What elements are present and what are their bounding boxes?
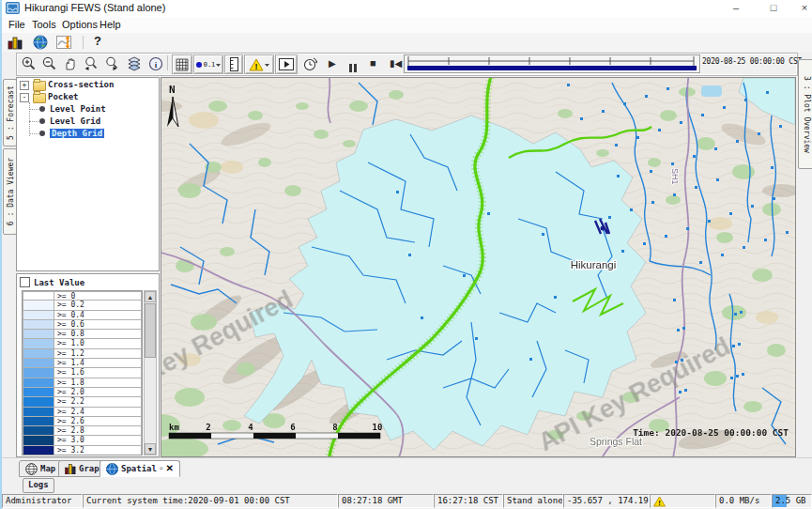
ruler-icon (228, 57, 239, 71)
tree-item-level-grid[interactable]: Level Grid (17, 116, 159, 127)
legend-row[interactable]: >= 0 (23, 291, 142, 301)
expander-icon[interactable]: + (20, 81, 29, 90)
play-button[interactable]: ▶ (329, 58, 336, 69)
minimize-button[interactable]: – (722, 0, 750, 16)
stop-button[interactable]: ■ (370, 58, 376, 69)
legend-label: >= 0.8 (54, 330, 142, 339)
legend-row[interactable]: >= 0.6 (23, 320, 142, 330)
svg-text:8: 8 (332, 423, 337, 432)
legend-row[interactable]: >= 1.2 (23, 349, 142, 359)
legend-row[interactable]: >= 2.2 (23, 397, 142, 407)
status-alerts[interactable]: ! (650, 494, 715, 508)
app-window: Hikurangi FEWS (Stand alone) – □ × File … (0, 0, 812, 509)
menu-file[interactable]: File (5, 18, 29, 32)
zoom-in-icon[interactable] (21, 55, 38, 72)
zoom-out-icon[interactable] (41, 55, 58, 72)
legend-row[interactable]: >= 2.0 (23, 388, 142, 397)
legend-row[interactable]: >= 0.4 (23, 311, 142, 320)
legend-row[interactable]: >= 1.0 (23, 339, 142, 348)
status-gmt-time: 08:27:18 GMT (338, 494, 434, 508)
legend-scrollbar[interactable]: ▲ ▼ (144, 290, 157, 455)
legend-row[interactable]: >= 2.8 (23, 426, 142, 436)
timeline-slider[interactable] (404, 54, 700, 73)
tab-spatial[interactable]: Spatial ▫ ✕ (100, 460, 180, 477)
globe-icon (106, 463, 118, 475)
point-size-dropdown[interactable]: 0.1 (193, 54, 223, 74)
legend-row[interactable]: >= 2.4 (23, 408, 142, 417)
info-icon[interactable]: i (147, 55, 164, 72)
menu-help[interactable]: Help (96, 18, 125, 32)
tree-item-depth-grid[interactable]: Depth Grid (17, 128, 159, 139)
animation-settings-icon[interactable] (302, 55, 319, 72)
legend-row[interactable]: >= 0.8 (23, 330, 142, 339)
legend-label: >= 2.8 (54, 426, 142, 436)
skip-to-start-button[interactable]: ▮◀ (390, 58, 402, 69)
map-view[interactable]: API Key Required API Key Required Hikura… (161, 77, 796, 457)
help-button[interactable]: ? (94, 34, 101, 48)
legend-list: >= 0>= 0.2>= 0.4>= 0.6>= 0.8>= 1.0>= 1.2… (22, 290, 143, 455)
pause-button[interactable] (348, 59, 358, 76)
warning-triangle-icon: ! (653, 496, 666, 507)
legend-row[interactable]: >= 3.0 (23, 436, 142, 445)
timeline-range-bar[interactable] (407, 66, 697, 70)
profile-chart-icon[interactable] (56, 35, 75, 50)
svg-text:!: ! (254, 61, 257, 70)
legend-row[interactable]: >= 1.8 (23, 378, 142, 388)
legend-swatch (23, 436, 54, 445)
legend-row[interactable]: >= 0.2 (23, 301, 142, 310)
legend-swatch (23, 368, 54, 378)
status-local-time: 16:27:18 CST (434, 494, 503, 508)
database-chart-icon[interactable] (8, 35, 23, 50)
scroll-down-icon[interactable]: ▼ (145, 443, 156, 455)
svg-text:4: 4 (248, 423, 253, 432)
legend-row[interactable]: >= 3.2 (23, 446, 142, 455)
thresholds-dropdown[interactable]: ! (244, 54, 274, 74)
grid-display-button[interactable] (172, 54, 192, 74)
tab-data-viewer[interactable]: 6 : Data Viewer (3, 148, 17, 235)
legend-label: >= 0.4 (54, 311, 142, 320)
scroll-up-icon[interactable]: ▲ (145, 291, 156, 302)
chevron-down-icon (264, 62, 270, 68)
legend-label: >= 3.2 (54, 446, 142, 455)
point-size-value: 0.1 (204, 61, 216, 69)
close-button[interactable]: × (790, 0, 812, 16)
layers-icon[interactable] (126, 55, 143, 72)
tab-close-icon[interactable]: ✕ (165, 464, 173, 473)
zoom-next-icon[interactable] (104, 55, 121, 72)
tab-logs[interactable]: Logs (23, 478, 54, 493)
legend-row[interactable]: >= 1.6 (23, 368, 142, 378)
status-bar: Administrator Current system time:2020-0… (2, 493, 812, 509)
tree-item-level-point[interactable]: Level Point (17, 103, 159, 115)
globe-icon[interactable] (33, 35, 48, 50)
pan-hand-icon[interactable] (62, 55, 79, 72)
zoom-previous-icon[interactable] (83, 55, 100, 72)
tree-item-pocket[interactable]: - Pocket (17, 91, 159, 102)
svg-text:km: km (169, 423, 179, 432)
legend-swatch (23, 359, 54, 368)
app-logo-icon (6, 2, 20, 15)
scroll-thumb[interactable] (145, 303, 156, 358)
ruler-button[interactable] (224, 54, 243, 74)
tab-forecast[interactable]: 5 : Forecast (3, 79, 17, 147)
legend-label: >= 2.2 (54, 397, 142, 407)
label-sh1: SH1 (670, 168, 680, 185)
tab-map[interactable]: Map (19, 460, 62, 477)
tab-maximize-icon[interactable]: ▫ (160, 464, 163, 473)
legend-swatch (23, 339, 54, 348)
status-mode: Stand alone (503, 494, 563, 508)
status-user: Administrator (2, 494, 83, 508)
timeline-datetime: 2020-08-25 00:00:00 CST (702, 57, 802, 66)
main-toolbar: ? (2, 33, 812, 52)
animation-button[interactable] (275, 54, 298, 74)
last-value-checkbox[interactable] (20, 277, 30, 287)
tab-plot-overview[interactable]: 3 : Plot Overview (798, 59, 812, 169)
legend-row[interactable]: >= 1.4 (23, 359, 142, 368)
legend-row[interactable]: >= 2.6 (23, 417, 142, 426)
movie-play-icon (279, 58, 294, 70)
tree-item-cross-section[interactable]: + Cross-section (17, 79, 159, 90)
menu-tools[interactable]: Tools (28, 18, 60, 32)
maximize-button[interactable]: □ (759, 0, 788, 16)
chevron-down-icon (215, 62, 222, 68)
collapse-icon[interactable]: - (20, 93, 29, 102)
legend-label: >= 1.2 (54, 349, 142, 359)
